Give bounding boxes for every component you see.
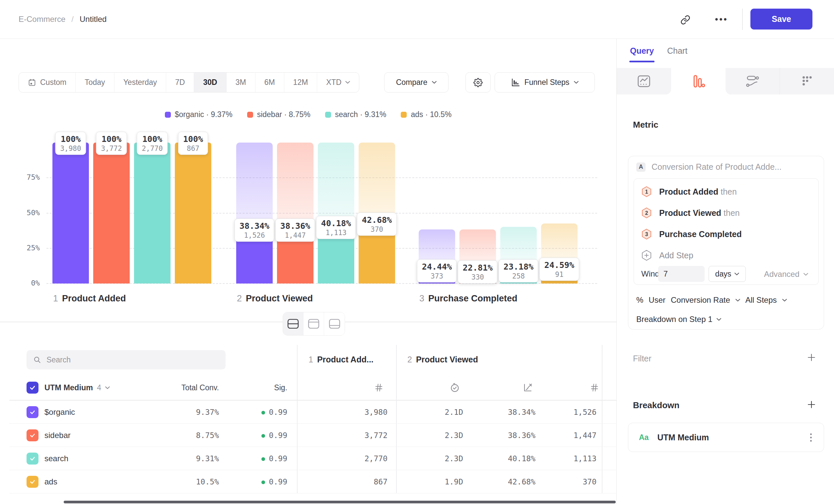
chevron-down-icon	[574, 81, 578, 84]
breakdown-item[interactable]: Aa UTM Medium	[628, 423, 824, 452]
breakdown-on-step-dropdown[interactable]: Breakdown on Step 1	[636, 315, 721, 324]
save-button[interactable]: Save	[750, 8, 812, 29]
row-step2-time: 2.3D	[445, 424, 463, 447]
bar-value-label: 22.81%330	[458, 260, 498, 283]
select-all-checkbox[interactable]	[26, 381, 39, 394]
sig-column-header[interactable]: Sig.	[274, 381, 287, 394]
total-conv-label: Total Conv.	[181, 383, 219, 392]
row-step2-count: 1,526	[574, 400, 596, 424]
bar-count: 867	[183, 144, 203, 153]
row-step2-conv: 38.34%	[508, 400, 535, 424]
measure-metric-dropdown[interactable]: Conversion Rate	[671, 295, 730, 305]
hash-icon	[374, 383, 383, 392]
svg-text:1: 1	[645, 189, 648, 194]
add-breakdown-button[interactable]	[806, 399, 817, 410]
horizontal-scrollbar[interactable]	[64, 501, 616, 503]
row-checkbox[interactable]	[26, 406, 39, 418]
window-value-input[interactable]: 7	[658, 266, 705, 282]
search-input[interactable]	[46, 356, 219, 364]
date-range-12m[interactable]: 12M	[284, 73, 317, 92]
layout-table-only-button[interactable]	[324, 312, 345, 335]
step2-time-column-header[interactable]	[450, 381, 460, 394]
date-range-7d[interactable]: 7D	[166, 73, 194, 92]
legend-item-ads[interactable]: ads · 10.5%	[401, 110, 452, 119]
metric-step-3[interactable]: 3Purchase Completed	[641, 227, 742, 241]
breadcrumb-project[interactable]: E-Commerce	[19, 15, 65, 24]
tab-funnels-report[interactable]	[671, 68, 726, 94]
check-icon	[29, 455, 36, 462]
date-range-xtd[interactable]: XTD	[317, 73, 359, 92]
window-unit-dropdown[interactable]: days	[709, 266, 746, 282]
funnel-bar-ads-step1[interactable]	[175, 143, 211, 283]
date-range-3m[interactable]: 3M	[226, 73, 256, 92]
tab-insights-report[interactable]	[617, 68, 671, 94]
table-row-search[interactable]: search9.31%0.992,7702.3D40.18%1,113	[9, 447, 616, 470]
measure-steps-dropdown[interactable]: All Steps	[745, 295, 777, 305]
breakdown-value-count: 4	[97, 383, 101, 392]
tab-query[interactable]: Query	[630, 46, 654, 56]
advanced-toggle[interactable]: Advanced	[764, 270, 808, 279]
bar-count: 373	[422, 272, 452, 280]
row-step2-time: 2.1D	[445, 400, 463, 424]
legend-item-search[interactable]: search · 9.31%	[325, 110, 387, 119]
chevron-down-icon	[105, 386, 110, 389]
metric-summary-row[interactable]: A Conversion Rate of Product Adde...	[636, 162, 782, 172]
topbar-divider	[742, 8, 743, 30]
chevron-down-icon	[734, 273, 739, 276]
step1-name: Product Add...	[317, 355, 374, 364]
date-range-custom[interactable]: Custom	[19, 73, 75, 92]
row-checkbox[interactable]	[26, 429, 39, 441]
funnel-bar-search-step1[interactable]	[134, 143, 171, 283]
table-row-sidebar[interactable]: sidebar8.75%0.993,7722.3D38.36%1,447	[9, 424, 616, 447]
row-checkbox[interactable]	[26, 476, 39, 488]
bar-count: 370	[362, 225, 392, 234]
funnel-bar-sidebar-step1[interactable]	[93, 143, 130, 283]
breakdown-item-menu[interactable]	[808, 431, 814, 444]
bar-conversion-pct: 22.81%	[463, 263, 492, 273]
row-total-conv: 10.5%	[196, 470, 219, 494]
total-conv-column-header[interactable]: Total Conv.	[181, 381, 219, 394]
row-name: search	[44, 447, 68, 470]
date-range-today[interactable]: Today	[75, 73, 114, 92]
measure-entity[interactable]: User	[649, 295, 665, 305]
tab-chart[interactable]: Chart	[667, 46, 687, 56]
metric-card: A Conversion Rate of Product Adde... 1Pr…	[628, 156, 824, 329]
breadcrumb-report-title[interactable]: Untitled	[80, 15, 107, 24]
more-options-button[interactable]: •••	[712, 14, 731, 25]
legend-item-organic[interactable]: $organic · 9.37%	[165, 110, 233, 119]
step1-count-column-header[interactable]	[374, 381, 383, 394]
metric-step-2[interactable]: 2Product Viewed then	[641, 206, 740, 220]
tab-flows-report[interactable]	[726, 68, 780, 94]
funnel-bar-organic-step1[interactable]	[52, 143, 89, 283]
legend-label: search · 9.31%	[335, 110, 387, 119]
tab-retention-report[interactable]	[780, 68, 834, 94]
layout-split-button[interactable]	[283, 312, 304, 335]
layout-chart-only-button[interactable]	[304, 312, 324, 335]
step-hexagon-badge: 3	[641, 228, 652, 240]
significance-dot	[261, 434, 265, 438]
step-event-name: Product Added then	[659, 187, 737, 197]
row-total-conv: 8.75%	[196, 424, 219, 447]
legend-item-sidebar[interactable]: sidebar · 8.75%	[247, 110, 310, 119]
metric-step-1[interactable]: 1Product Added then	[641, 185, 737, 198]
funnel-step-label-3: 3Purchase Completed	[419, 294, 518, 304]
chart-type-selector[interactable]: Funnel Steps	[495, 72, 595, 92]
add-step-button[interactable]: Add Step	[641, 249, 693, 262]
step2-conversion-column-header[interactable]	[523, 381, 533, 394]
row-checkbox[interactable]	[26, 453, 39, 464]
share-link-button[interactable]	[679, 14, 692, 26]
step2-count-column-header[interactable]	[590, 381, 599, 394]
breakdown-column-header[interactable]: UTM Medium 4	[44, 381, 110, 394]
row-total-conv: 9.37%	[196, 400, 219, 424]
date-range-30d[interactable]: 30D	[194, 73, 226, 92]
compare-button[interactable]: Compare	[384, 72, 448, 92]
table-row-ads[interactable]: ads10.5%0.998671.9D42.68%370	[9, 470, 616, 494]
chevron-down-icon	[736, 299, 740, 302]
table-row-organic[interactable]: $organic9.37%0.993,9802.1D38.34%1,526	[9, 400, 616, 424]
date-range-6m[interactable]: 6M	[256, 73, 284, 92]
row-significance: 0.99	[261, 424, 287, 447]
row-step2-conv: 42.68%	[508, 470, 535, 494]
date-range-yesterday[interactable]: Yesterday	[114, 73, 166, 92]
add-filter-button[interactable]	[806, 352, 817, 363]
chart-settings-button[interactable]	[465, 72, 491, 92]
